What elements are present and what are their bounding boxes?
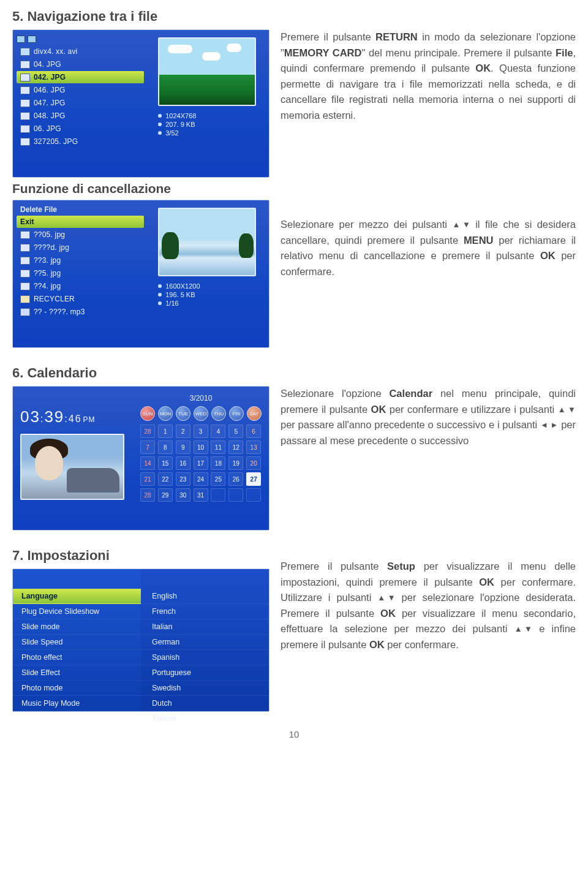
settings-panel: LanguagePlug Device SlideshowSlide modeS… [12, 569, 270, 712]
calendar-dow: FRI [229, 406, 244, 421]
calendar-dow: SUN [140, 406, 155, 421]
file-list-item[interactable]: ??4. jpg [17, 280, 144, 292]
up-down-icon: ▲ ▼ [452, 219, 470, 231]
settings-item-left[interactable]: Photo mode [13, 681, 141, 696]
calendar-day-cell[interactable]: 8 [158, 440, 173, 454]
section-7: 7. Impostazioni LanguagePlug Device Slid… [12, 548, 576, 712]
file-list-item[interactable]: ??05. jpg [17, 229, 144, 241]
settings-item-left[interactable]: Music Play Mode [13, 696, 141, 711]
calendar-dow: THU [211, 406, 226, 421]
calendar-day-cell[interactable]: 3 [194, 425, 208, 438]
calendar-day-cell[interactable]: 5 [228, 425, 243, 438]
settings-item-left[interactable]: Plug Device Slideshow [13, 604, 141, 619]
calendar-day-cell[interactable]: 26 [228, 472, 243, 486]
section6-title: 6. Calendario [12, 365, 270, 381]
file-icon [20, 295, 30, 303]
calendar-day-cell[interactable]: 6 [246, 425, 261, 438]
file-icon [20, 257, 30, 265]
calendar-day-cell[interactable]: 2 [176, 425, 190, 438]
calendar-day-cell[interactable]: 17 [194, 456, 208, 470]
calendar-day-cell[interactable]: 29 [158, 488, 173, 502]
calendar-day-cell[interactable]: 23 [176, 472, 190, 486]
file-list-item[interactable]: 047. JPG [17, 97, 144, 109]
settings-item-right[interactable]: French [141, 604, 269, 619]
calendar-day-cell[interactable]: 22 [158, 472, 173, 486]
file-icon [20, 231, 30, 239]
file-list-item[interactable]: 327205. JPG [17, 135, 144, 148]
settings-item-right[interactable]: Italian [141, 619, 269, 635]
file-icon [20, 282, 30, 290]
settings-item-left[interactable]: Slide Effect [13, 665, 141, 681]
file-icon [20, 125, 30, 133]
file-browser-panel: divx4. xx. avi04. JPG042. JPG046. JPG047… [12, 29, 270, 178]
file-list-item[interactable]: ?? - ????. mp3 [17, 306, 144, 318]
calendar-day-cell[interactable] [228, 488, 243, 502]
file-list-item[interactable]: 042. JPG [17, 71, 144, 83]
calendar-day-cell[interactable]: 10 [194, 440, 208, 454]
calendar-day-cell[interactable]: 19 [228, 456, 243, 470]
settings-item-left[interactable]: Language [13, 589, 141, 604]
file-list-item[interactable]: ??5. jpg [17, 267, 144, 279]
calendar-day-cell[interactable]: 25 [211, 472, 225, 486]
file-icon [20, 244, 30, 252]
settings-item-left[interactable]: Slide mode [13, 619, 141, 635]
settings-item-right[interactable]: Swedish [141, 681, 269, 696]
section-6: 6. Calendario 03:39:46PM 3/2010 SUNMONTU… [12, 365, 576, 531]
calendar-day-cell[interactable]: 27 [246, 472, 261, 486]
calendar-day-cell[interactable] [246, 488, 261, 502]
file-list-item[interactable]: 046. JPG [17, 84, 144, 96]
clock-display: 03:39:46PM [20, 407, 132, 426]
file-list-item[interactable]: ????d. jpg [17, 241, 144, 254]
calendar-day-cell[interactable]: 15 [158, 456, 173, 470]
calendar-day-cell[interactable]: 24 [194, 472, 208, 486]
section5-paragraph2: Selezionare per mezzo dei pulsanti ▲ ▼ i… [281, 217, 576, 279]
grid-icon [28, 36, 36, 43]
delete-file-panel: Delete File Exit ??05. jpg????d. jpg??3.… [12, 200, 270, 348]
section5-subtitle: Funzione di cancellazione [12, 181, 270, 196]
file-list-item[interactable]: 06. JPG [17, 123, 144, 135]
file-icon [20, 138, 30, 146]
file-list-item[interactable]: ??3. jpg [17, 254, 144, 266]
calendar-day-cell[interactable]: 28 [140, 425, 155, 438]
calendar-day-cell[interactable]: 30 [176, 488, 190, 502]
calendar-day-cell[interactable]: 4 [211, 425, 225, 438]
settings-item-right[interactable]: Dutch [141, 696, 269, 711]
calendar-day-cell[interactable]: 9 [176, 440, 190, 454]
file-list-item[interactable]: RECYCLER [17, 293, 144, 305]
calendar-day-cell[interactable]: 16 [176, 456, 190, 470]
file-icon [20, 99, 30, 107]
section6-paragraph: Selezionare l'opzione Calendar nel menu … [281, 386, 576, 448]
file-list-item[interactable]: 048. JPG [17, 110, 144, 122]
calendar-day-cell[interactable]: 14 [140, 456, 155, 470]
calendar-day-cell[interactable]: 28 [140, 488, 155, 502]
settings-item-right[interactable]: Portuguese [141, 665, 269, 681]
settings-item-left[interactable]: Slide Speed [13, 635, 141, 650]
file-meta: 1024X768 207. 9 KB 3/52 [158, 111, 256, 138]
calendar-day-cell[interactable]: 31 [194, 488, 208, 502]
settings-item-right[interactable]: German [141, 635, 269, 650]
section5-paragraph1: Premere il pulsante RETURN in modo da se… [281, 29, 576, 123]
calendar-day-cell[interactable]: 12 [228, 440, 243, 454]
file-icon [20, 48, 30, 56]
calendar-day-cell[interactable]: 7 [140, 440, 155, 454]
file-list-item[interactable]: divx4. xx. avi [17, 45, 144, 58]
calendar-day-cell[interactable]: 20 [246, 456, 261, 470]
calendar-day-cell[interactable]: 18 [211, 456, 225, 470]
calendar-day-cell[interactable]: 1 [158, 425, 173, 438]
back-icon [17, 36, 25, 43]
settings-item-left[interactable]: Photo effect [13, 650, 141, 665]
page-number: 10 [12, 729, 576, 739]
preview-thumbnail-2 [158, 208, 256, 276]
file-list-item[interactable]: 04. JPG [17, 58, 144, 70]
section7-paragraph: Premere il pulsante Setup per visualizza… [281, 559, 576, 652]
settings-item-right[interactable]: English [141, 589, 269, 604]
exit-item[interactable]: Exit [17, 216, 144, 228]
preview-thumbnail [158, 37, 256, 106]
calendar-day-cell[interactable]: 13 [246, 440, 261, 454]
calendar-day-cell[interactable]: 21 [140, 472, 155, 486]
calendar-day-cell[interactable] [211, 488, 225, 502]
calendar-dow: TUE [176, 406, 190, 421]
calendar-day-cell[interactable]: 11 [211, 440, 225, 454]
settings-item-right[interactable]: Turkish [141, 711, 269, 727]
settings-item-right[interactable]: Spanish [141, 650, 269, 665]
